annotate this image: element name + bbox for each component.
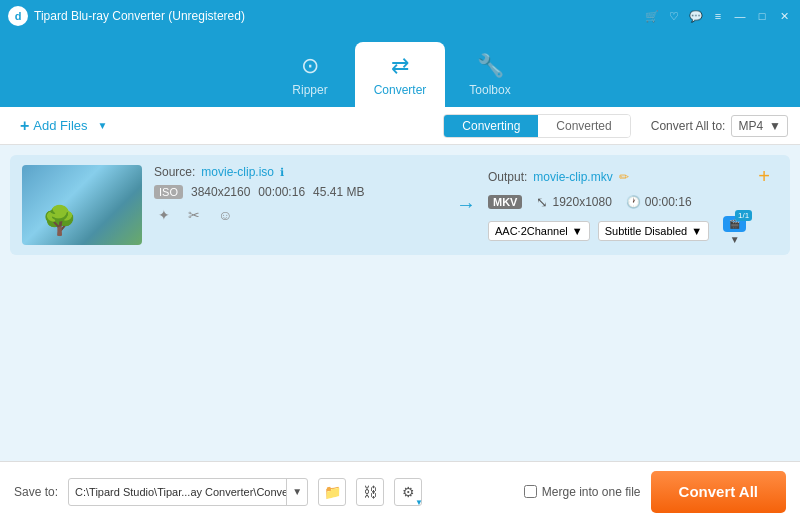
output-name: movie-clip.mkv xyxy=(533,170,612,184)
converting-tab[interactable]: Converting xyxy=(444,115,538,137)
file-info: Source: movie-clip.iso ℹ ISO 3840x2160 0… xyxy=(154,165,444,225)
format-badge: ISO xyxy=(154,185,183,199)
output-meta-row: MKV ⤡ 1920x1080 🕐 00:00:16 xyxy=(488,194,778,210)
content-area: 🌳 Source: movie-clip.iso ℹ ISO 3840x2160… xyxy=(0,145,800,461)
settings-button[interactable]: ⚙ ▼ xyxy=(394,478,422,506)
convert-all-to-label: Convert All to: xyxy=(651,119,726,133)
file-actions: ✦ ✂ ☺ xyxy=(154,205,444,225)
output-label: Output: xyxy=(488,170,527,184)
format-dropdown-icon: ▼ xyxy=(769,119,781,133)
save-path-box: C:\Tipard Studio\Tipar...ay Converter\Co… xyxy=(68,478,308,506)
window-controls: 🛒 ♡ 💬 ≡ — □ ✕ xyxy=(644,8,792,24)
chat-icon[interactable]: 💬 xyxy=(688,8,704,24)
close-button[interactable]: ✕ xyxy=(776,8,792,24)
add-files-dropdown-button[interactable]: ▼ xyxy=(96,116,110,135)
scissors-button[interactable]: ✂ xyxy=(184,205,204,225)
output-res-value: 1920x1080 xyxy=(552,195,611,209)
maximize-button[interactable]: □ xyxy=(754,8,770,24)
merge-label: Merge into one file xyxy=(542,485,641,499)
merge-checkbox-input[interactable] xyxy=(524,485,537,498)
source-name: movie-clip.iso xyxy=(201,165,274,179)
converter-icon: ⇄ xyxy=(391,53,409,79)
file-thumbnail: 🌳 xyxy=(22,165,142,245)
thumb-container: 1/1 🎬 xyxy=(723,216,746,232)
nav-bar: ⊙ Ripper ⇄ Converter 🔧 Toolbox xyxy=(0,32,800,107)
subtitle-value: Subtitle Disabled xyxy=(605,225,688,237)
thumb-badge: 1/1 xyxy=(735,210,752,221)
title-bar: d Tipard Blu-ray Converter (Unregistered… xyxy=(0,0,800,32)
heart-icon[interactable]: ♡ xyxy=(666,8,682,24)
thumbnail-tree-icon: 🌳 xyxy=(42,204,77,237)
add-output-icon[interactable]: + xyxy=(758,165,770,188)
resolution: 3840x2160 xyxy=(191,185,250,199)
format-selector[interactable]: MP4 ▼ xyxy=(731,115,788,137)
output-duration: 🕐 00:00:16 xyxy=(626,195,692,209)
convert-all-to: Convert All to: MP4 ▼ xyxy=(651,115,788,137)
tab-converter[interactable]: ⇄ Converter xyxy=(355,42,445,107)
app-logo: d xyxy=(8,6,28,26)
subtitle-dropdown-icon: ▼ xyxy=(691,225,702,237)
toolbox-icon: 🔧 xyxy=(477,53,504,79)
file-size: 45.41 MB xyxy=(313,185,364,199)
merge-checkbox-label[interactable]: Merge into one file xyxy=(524,485,641,499)
file-meta-row: ISO 3840x2160 00:00:16 45.41 MB xyxy=(154,185,444,199)
minimize-button[interactable]: — xyxy=(732,8,748,24)
ripper-icon: ⊙ xyxy=(301,53,319,79)
toolbox-label: Toolbox xyxy=(469,83,510,97)
output-thumb-button[interactable]: 1/1 🎬 ▼ xyxy=(723,216,746,245)
convert-all-button[interactable]: Convert All xyxy=(651,471,786,513)
save-path-dropdown-icon[interactable]: ▼ xyxy=(286,479,307,505)
clock-icon: 🕐 xyxy=(626,195,641,209)
converted-tab[interactable]: Converted xyxy=(538,115,629,137)
format-value: MP4 xyxy=(738,119,763,133)
bottom-bar: Save to: C:\Tipard Studio\Tipar...ay Con… xyxy=(0,461,800,521)
plus-icon: + xyxy=(20,117,29,135)
source-label: Source: xyxy=(154,165,195,179)
ripper-label: Ripper xyxy=(292,83,327,97)
file-card-inner: 🌳 Source: movie-clip.iso ℹ ISO 3840x2160… xyxy=(22,165,778,245)
save-path-text: C:\Tipard Studio\Tipar...ay Converter\Co… xyxy=(69,486,286,498)
audio-select[interactable]: AAC·2Channel ▼ xyxy=(488,221,590,241)
add-files-label: Add Files xyxy=(33,118,87,133)
thumb-dropdown-icon: ▼ xyxy=(730,234,740,245)
app-title: Tipard Blu-ray Converter (Unregistered) xyxy=(34,9,644,23)
menu-icon[interactable]: ≡ xyxy=(710,8,726,24)
audio-dropdown-icon: ▼ xyxy=(572,225,583,237)
output-format: MKV xyxy=(488,195,522,209)
cart-icon[interactable]: 🛒 xyxy=(644,8,660,24)
resize-icon: ⤡ xyxy=(536,194,548,210)
output-format-badge: MKV xyxy=(488,195,522,209)
add-files-button[interactable]: + Add Files xyxy=(12,113,96,139)
file-card: 🌳 Source: movie-clip.iso ℹ ISO 3840x2160… xyxy=(10,155,790,255)
output-section: Output: movie-clip.mkv ✏ + MKV ⤡ 1920x10… xyxy=(488,165,778,245)
convert-arrow: → xyxy=(456,165,476,216)
app-window: d Tipard Blu-ray Converter (Unregistered… xyxy=(0,0,800,521)
converter-label: Converter xyxy=(374,83,427,97)
chain-button[interactable]: ⛓ xyxy=(356,478,384,506)
info-icon[interactable]: ℹ xyxy=(280,166,284,179)
tab-ripper[interactable]: ⊙ Ripper xyxy=(265,42,355,107)
output-header-row: Output: movie-clip.mkv ✏ + xyxy=(488,165,778,188)
duration: 00:00:16 xyxy=(258,185,305,199)
edit-icon[interactable]: ✏ xyxy=(619,170,629,184)
file-source-row: Source: movie-clip.iso ℹ xyxy=(154,165,444,179)
subtitle-button[interactable]: ☺ xyxy=(214,205,236,225)
toolbar: + Add Files ▼ Converting Converted Conve… xyxy=(0,107,800,145)
convert-tabs: Converting Converted xyxy=(443,114,630,138)
output-resolution: ⤡ 1920x1080 xyxy=(536,194,611,210)
open-folder-button[interactable]: 📁 xyxy=(318,478,346,506)
subtitle-select[interactable]: Subtitle Disabled ▼ xyxy=(598,221,709,241)
audio-value: AAC·2Channel xyxy=(495,225,568,237)
save-to-label: Save to: xyxy=(14,485,58,499)
tab-toolbox[interactable]: 🔧 Toolbox xyxy=(445,42,535,107)
output-selects: AAC·2Channel ▼ Subtitle Disabled ▼ xyxy=(488,221,709,241)
output-dur-value: 00:00:16 xyxy=(645,195,692,209)
wand-button[interactable]: ✦ xyxy=(154,205,174,225)
